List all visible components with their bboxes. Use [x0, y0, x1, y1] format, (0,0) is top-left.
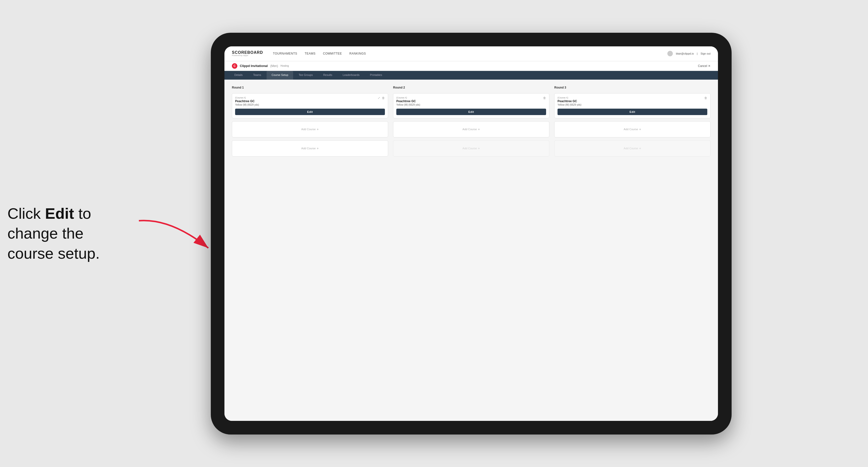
- round-3-add-course-1[interactable]: Add Course +: [554, 121, 711, 137]
- round-1-course-details: Yellow (M) (6629 yds): [235, 103, 385, 106]
- round-1-edit-button[interactable]: Edit: [235, 108, 385, 115]
- sign-out-link[interactable]: Sign out: [701, 52, 711, 55]
- tablet-device: SCOREBOARD Powered by clippd TOURNAMENTS…: [211, 33, 732, 435]
- navbar: SCOREBOARD Powered by clippd TOURNAMENTS…: [224, 46, 718, 61]
- sub-header: C Clippd Invitational (Men) Hosting Canc…: [224, 61, 718, 71]
- round-2-add-course-1[interactable]: Add Course +: [393, 121, 549, 137]
- separator: |: [697, 52, 698, 55]
- tab-results[interactable]: Results: [318, 71, 337, 80]
- tab-tee-groups[interactable]: Tee Groups: [293, 71, 318, 80]
- round-2-course-name: Peachtree GC: [396, 99, 546, 103]
- tab-details[interactable]: Details: [229, 71, 248, 80]
- round-2-course-details: Yellow (M) (6629 yds): [396, 103, 546, 106]
- tab-course-setup[interactable]: Course Setup: [267, 71, 293, 80]
- round-1-course-name: Peachtree GC: [235, 99, 385, 103]
- cancel-button[interactable]: Cancel ✕: [698, 64, 711, 68]
- round-3-title: Round 3: [554, 86, 711, 89]
- round-3-add-course-2: Add Course +: [554, 141, 711, 156]
- tab-teams[interactable]: Teams: [248, 71, 266, 80]
- nav-links: TOURNAMENTS TEAMS COMMITTEE RANKINGS: [273, 52, 366, 55]
- round-1-column: Round 1 ⤢ 🗑 (Course A) Peachtree GC Yell…: [232, 86, 388, 156]
- round-1-course-card: ⤢ 🗑 (Course A) Peachtree GC Yellow (M) (…: [232, 93, 388, 118]
- round-1-add-course-2[interactable]: Add Course +: [232, 141, 388, 156]
- round-2-delete-icon[interactable]: 🗑: [542, 96, 547, 100]
- round-1-delete-icon[interactable]: 🗑: [381, 96, 385, 100]
- tournament-name: Clippd Invitational: [240, 64, 268, 68]
- round-2-course-card: 🗑 (Course A) Peachtree GC Yellow (M) (66…: [393, 93, 549, 118]
- round-1-course-label: (Course A): [235, 96, 385, 99]
- round-1-title: Round 1: [232, 86, 388, 89]
- tab-bar: Details Teams Course Setup Tee Groups Re…: [224, 71, 718, 80]
- sub-header-left: C Clippd Invitational (Men) Hosting: [232, 63, 289, 69]
- c-logo: C: [232, 63, 237, 69]
- round-1-expand-icon[interactable]: ⤢: [377, 96, 381, 100]
- round-3-column: Round 3 🗑 (Course A) Peachtree GC Yellow…: [554, 86, 711, 156]
- round-2-edit-button[interactable]: Edit: [396, 108, 546, 115]
- tab-printables[interactable]: Printables: [365, 71, 387, 80]
- hosting-badge: Hosting: [280, 64, 289, 67]
- nav-teams[interactable]: TEAMS: [305, 52, 316, 55]
- instruction-text: Click Edit tochange thecourse setup.: [7, 204, 100, 263]
- user-email: blair@clippd.io: [676, 52, 694, 55]
- round-2-add-course-2: Add Course +: [393, 141, 549, 156]
- tournament-gender: (Men): [270, 64, 278, 68]
- rounds-grid: Round 1 ⤢ 🗑 (Course A) Peachtree GC Yell…: [232, 86, 711, 156]
- round-2-title: Round 2: [393, 86, 549, 89]
- nav-right: blair@clippd.io | Sign out: [668, 51, 711, 56]
- round-2-course-label: (Course A): [396, 96, 546, 99]
- round-3-course-label: (Course A): [558, 96, 707, 99]
- round-3-delete-icon[interactable]: 🗑: [704, 96, 708, 100]
- tab-leaderboards[interactable]: Leaderboards: [338, 71, 365, 80]
- logo-sub: Powered by clippd: [232, 55, 263, 57]
- round-3-course-details: Yellow (M) (6629 yds): [558, 103, 707, 106]
- tablet-screen: SCOREBOARD Powered by clippd TOURNAMENTS…: [224, 46, 718, 421]
- nav-rankings[interactable]: RANKINGS: [349, 52, 366, 55]
- round-1-add-course-1[interactable]: Add Course +: [232, 121, 388, 137]
- user-avatar: [668, 51, 673, 56]
- round-3-edit-button[interactable]: Edit: [558, 108, 707, 115]
- nav-tournaments[interactable]: TOURNAMENTS: [273, 52, 297, 55]
- logo-text: SCOREBOARD: [232, 51, 263, 55]
- logo: SCOREBOARD Powered by clippd: [232, 51, 263, 57]
- round-2-column: Round 2 🗑 (Course A) Peachtree GC Yellow…: [393, 86, 549, 156]
- round-3-course-name: Peachtree GC: [558, 99, 707, 103]
- nav-committee[interactable]: COMMITTEE: [323, 52, 342, 55]
- round-3-course-card: 🗑 (Course A) Peachtree GC Yellow (M) (66…: [554, 93, 711, 118]
- main-content: Round 1 ⤢ 🗑 (Course A) Peachtree GC Yell…: [224, 80, 718, 421]
- instruction-keyword: Edit: [45, 205, 74, 222]
